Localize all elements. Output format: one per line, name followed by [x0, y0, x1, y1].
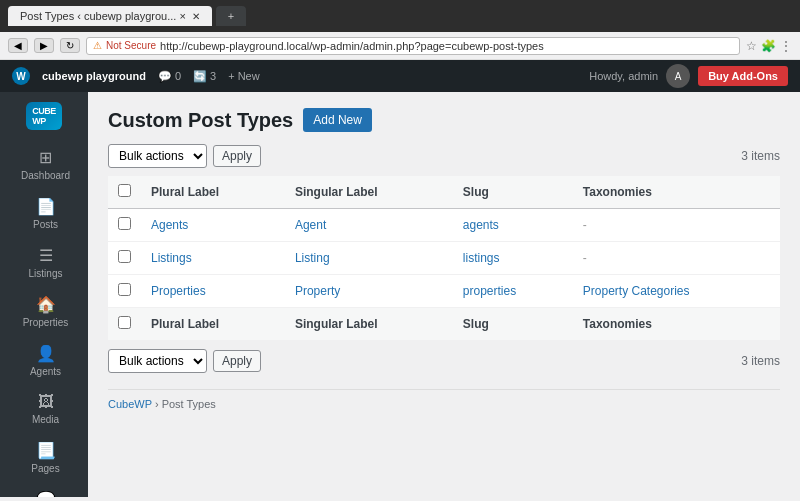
bookmark-icon[interactable]: ☆ [746, 39, 757, 53]
sidebar-item-comments[interactable]: 💬 Comments [0, 482, 88, 497]
sidebar-item-dashboard[interactable]: ⊞ Dashboard [0, 140, 88, 189]
table-row: Properties Property properties Property … [108, 275, 780, 308]
footer-th-taxonomies: Taxonomies [573, 308, 780, 341]
footer-breadcrumb-parent[interactable]: CubeWP [108, 398, 152, 410]
slug-link-listings[interactable]: listings [463, 251, 500, 265]
extension-icon[interactable]: 🧩 [761, 39, 776, 53]
sidebar-item-posts[interactable]: 📄 Posts [0, 189, 88, 238]
row-plural-properties: Properties [141, 275, 285, 308]
pages-icon: 📃 [36, 441, 56, 460]
plural-link-agents[interactable]: Agents [151, 218, 188, 232]
row-slug-listings: listings [453, 242, 573, 275]
th-checkbox [108, 176, 141, 209]
footer-th-singular: Singular Label [285, 308, 453, 341]
forward-btn[interactable]: ▶ [34, 38, 54, 53]
bottom-apply-button[interactable]: Apply [213, 350, 261, 372]
row-slug-properties: properties [453, 275, 573, 308]
dashboard-icon: ⊞ [39, 148, 52, 167]
tab-title: Post Types ‹ cubewp playgrou... × [20, 10, 186, 22]
wp-logo[interactable]: W [12, 67, 30, 85]
footer-breadcrumb-child: Post Types [162, 398, 216, 410]
comments-link[interactable]: 💬 0 [158, 70, 181, 83]
updates-link[interactable]: 🔄 3 [193, 70, 216, 83]
row-plural-listings: Listings [141, 242, 285, 275]
sidebar-item-pages[interactable]: 📃 Pages [0, 433, 88, 482]
row-select-properties[interactable] [118, 283, 131, 296]
singular-link-agents[interactable]: Agent [295, 218, 326, 232]
bottom-bulk-select[interactable]: Bulk actions [108, 349, 207, 373]
plural-link-properties[interactable]: Properties [151, 284, 206, 298]
url-bar[interactable]: ⚠ Not Secure http://cubewp-playground.lo… [86, 37, 740, 55]
url-value: http://cubewp-playground.local/wp-admin/… [160, 40, 544, 52]
buy-addons-button[interactable]: Buy Add-Ons [698, 66, 788, 86]
page-title: Custom Post Types [108, 109, 293, 132]
bottom-bulk-left: Bulk actions Apply [108, 349, 261, 373]
slug-link-properties[interactable]: properties [463, 284, 516, 298]
sidebar-label-media: Media [32, 414, 59, 425]
media-icon: 🖼 [38, 393, 54, 411]
menu-icon[interactable]: ⋮ [780, 39, 792, 53]
bottom-bulk-actions-row: Bulk actions Apply 3 items [108, 349, 780, 373]
sidebar-item-listings[interactable]: ☰ Listings [0, 238, 88, 287]
sidebar-label-listings: Listings [29, 268, 63, 279]
sidebar-item-agents[interactable]: 👤 Agents [0, 336, 88, 385]
tab-close-btn[interactable]: ✕ [192, 11, 200, 22]
browser-controls: ◀ ▶ ↻ ⚠ Not Secure http://cubewp-playgro… [0, 32, 800, 60]
avatar[interactable]: A [666, 64, 690, 88]
slug-link-agents[interactable]: agents [463, 218, 499, 232]
singular-link-listings[interactable]: Listing [295, 251, 330, 265]
top-bulk-select[interactable]: Bulk actions [108, 144, 207, 168]
row-taxonomies-listings: - [573, 242, 780, 275]
plural-link-listings[interactable]: Listings [151, 251, 192, 265]
sidebar: CUBEWP ⊞ Dashboard 📄 Posts ☰ Listings 🏠 … [0, 92, 88, 497]
top-apply-button[interactable]: Apply [213, 145, 261, 167]
logo-badge: CUBEWP [26, 102, 62, 130]
row-select-agents[interactable] [118, 217, 131, 230]
singular-link-properties[interactable]: Property [295, 284, 340, 298]
row-singular-agents: Agent [285, 209, 453, 242]
footer-breadcrumb-separator: › [155, 398, 162, 410]
wp-wrapper: CUBEWP ⊞ Dashboard 📄 Posts ☰ Listings 🏠 … [0, 92, 800, 497]
main-content: Custom Post Types Add New Bulk actions A… [88, 92, 800, 497]
howdy-text: Howdy, admin [589, 70, 658, 82]
row-plural-agents: Agents [141, 209, 285, 242]
table-row: Listings Listing listings - [108, 242, 780, 275]
new-link[interactable]: + New [228, 70, 260, 82]
row-select-listings[interactable] [118, 250, 131, 263]
footer-select-all-checkbox[interactable] [118, 316, 131, 329]
lock-icon: ⚠ [93, 40, 102, 51]
sidebar-item-properties[interactable]: 🏠 Properties [0, 287, 88, 336]
row-checkbox-properties [108, 275, 141, 308]
table-footer-header-row: Plural Label Singular Label Slug Taxonom… [108, 308, 780, 341]
agents-icon: 👤 [36, 344, 56, 363]
sidebar-label-posts: Posts [33, 219, 58, 230]
sidebar-label-dashboard: Dashboard [21, 170, 70, 181]
url-text: Not Secure [106, 40, 156, 51]
th-singular-label: Singular Label [285, 176, 453, 209]
row-singular-listings: Listing [285, 242, 453, 275]
new-tab-btn[interactable]: + [216, 6, 246, 26]
site-name[interactable]: cubewp playground [42, 70, 146, 82]
posts-icon: 📄 [36, 197, 56, 216]
row-checkbox-listings [108, 242, 141, 275]
cubewp-logo: CUBEWP [0, 92, 88, 140]
active-tab[interactable]: Post Types ‹ cubewp playgrou... × ✕ [8, 6, 212, 26]
taxonomy-link-property-categories[interactable]: Property Categories [583, 284, 690, 298]
admin-bar-left: W cubewp playground 💬 0 🔄 3 + New [12, 67, 260, 85]
sidebar-item-media[interactable]: 🖼 Media [0, 385, 88, 433]
table-header-row: Plural Label Singular Label Slug Taxonom… [108, 176, 780, 209]
footer-th-plural: Plural Label [141, 308, 285, 341]
th-taxonomies: Taxonomies [573, 176, 780, 209]
th-slug: Slug [453, 176, 573, 209]
comment-icon: 💬 [158, 70, 172, 83]
footer-th-slug: Slug [453, 308, 573, 341]
add-new-button[interactable]: Add New [303, 108, 372, 132]
admin-bar: W cubewp playground 💬 0 🔄 3 + New Howdy,… [0, 60, 800, 92]
refresh-btn[interactable]: ↻ [60, 38, 80, 53]
select-all-checkbox[interactable] [118, 184, 131, 197]
row-taxonomies-properties: Property Categories [573, 275, 780, 308]
back-btn[interactable]: ◀ [8, 38, 28, 53]
table-row: Agents Agent agents - [108, 209, 780, 242]
sidebar-label-agents: Agents [30, 366, 61, 377]
sidebar-label-properties: Properties [23, 317, 69, 328]
